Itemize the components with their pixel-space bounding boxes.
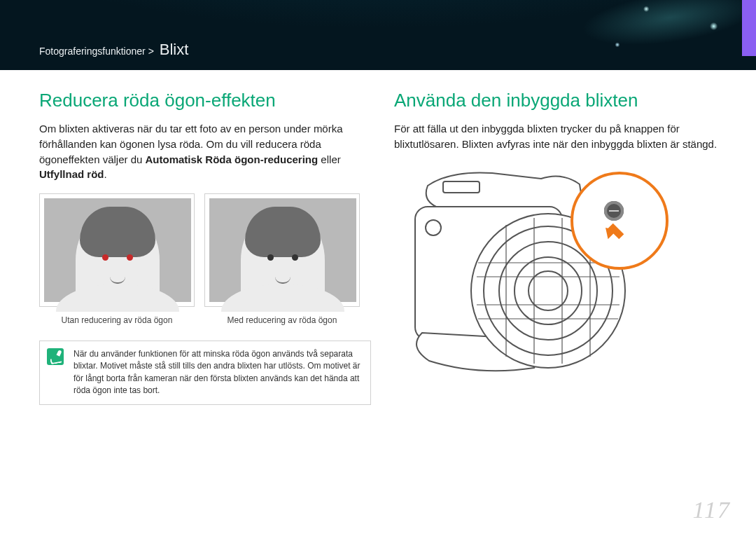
bold-option-2: Utfyllnad röd [39, 168, 104, 180]
figure-row [39, 193, 366, 307]
content-columns: Reducera röda ögon-effekten Om blixten a… [0, 70, 756, 405]
camera-illustration [394, 158, 702, 382]
right-column: Använda den inbyggda blixten För att fäl… [394, 90, 721, 405]
left-column: Reducera röda ögon-effekten Om blixten a… [39, 90, 366, 405]
right-paragraph: För att fälla ut den inbyggda blixten tr… [394, 121, 721, 152]
caption-row: Utan reducering av röda ögon Med reducer… [39, 311, 366, 325]
figure-without-reduction [39, 193, 195, 307]
portrait-red-eye [44, 198, 191, 302]
breadcrumb-page: Blixt [160, 41, 189, 58]
figure-with-reduction [204, 193, 360, 307]
breadcrumb-section: Fotograferingsfunktioner > [39, 46, 154, 57]
portrait-normal-eye [209, 198, 356, 302]
flash-release-button-icon [604, 201, 624, 221]
svg-rect-14 [443, 181, 479, 193]
page-number: 117 [693, 497, 731, 523]
caption-with: Med reducering av röda ögon [204, 311, 360, 325]
caption-without: Utan reducering av röda ögon [39, 311, 195, 325]
para-mid: eller [318, 153, 341, 165]
breadcrumb: Fotograferingsfunktioner > Blixt [39, 41, 188, 59]
right-heading: Använda den inbyggda blixten [394, 90, 721, 111]
note-callout: När du använder funktionen för att minsk… [39, 341, 371, 405]
header-band: Fotograferingsfunktioner > Blixt [0, 0, 756, 70]
para-tail: . [104, 168, 107, 180]
pen-note-icon [47, 348, 64, 365]
bold-option-1: Automatisk Röda ögon-reducering [146, 153, 318, 165]
left-heading: Reducera röda ögon-effekten [39, 90, 366, 111]
svg-point-15 [426, 220, 441, 235]
section-tab [742, 0, 756, 56]
left-paragraph: Om blixten aktiveras när du tar ett foto… [39, 121, 366, 182]
note-text: När du använder funktionen för att minsk… [74, 348, 360, 397]
callout-circle [570, 172, 668, 270]
header-decoration [470, 0, 756, 70]
